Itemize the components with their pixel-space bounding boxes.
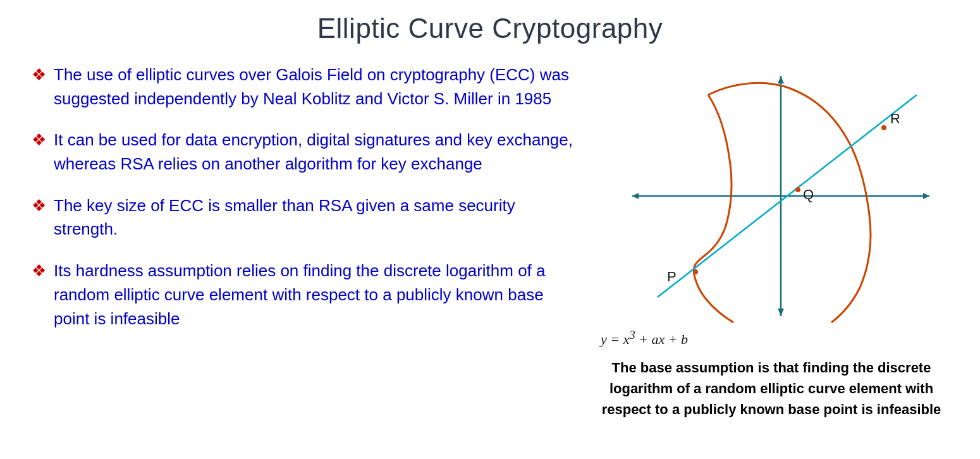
bullet-diamond-icon: ❖ <box>32 260 46 282</box>
bullet-list: ❖The use of elliptic curves over Galois … <box>25 63 575 420</box>
base-assumption: The base assumption is that finding the … <box>588 357 955 420</box>
right-panel: P Q R y = x3 + ax + b The base assumptio… <box>588 63 955 420</box>
content-area: ❖The use of elliptic curves over Galois … <box>25 63 955 420</box>
page-title: Elliptic Curve Cryptography <box>25 13 955 44</box>
svg-marker-4 <box>778 76 784 83</box>
bullet-item: ❖The use of elliptic curves over Galois … <box>32 63 575 111</box>
svg-text:R: R <box>890 111 900 126</box>
bullet-item: ❖It can be used for data encryption, dig… <box>32 128 575 176</box>
svg-text:Q: Q <box>803 187 814 202</box>
bullet-text-0: The use of elliptic curves over Galois F… <box>54 63 575 111</box>
bullet-text-3: Its hardness assumption relies on findin… <box>54 259 575 331</box>
svg-marker-2 <box>632 193 639 199</box>
svg-marker-1 <box>923 193 929 199</box>
svg-marker-5 <box>778 309 784 316</box>
bullet-text-2: The key size of ECC is smaller than RSA … <box>54 194 575 242</box>
svg-point-10 <box>693 269 698 274</box>
svg-point-11 <box>795 187 800 192</box>
bullet-diamond-icon: ❖ <box>32 195 46 217</box>
bullet-diamond-icon: ❖ <box>32 130 46 151</box>
bullet-diamond-icon: ❖ <box>32 64 46 86</box>
formula: y = x3 + ax + b <box>601 329 688 348</box>
svg-point-12 <box>881 125 886 130</box>
page: Elliptic Curve Cryptography ❖The use of … <box>0 0 980 459</box>
ecc-diagram: P Q R <box>594 63 948 329</box>
svg-text:P: P <box>667 269 677 285</box>
bullet-text-1: It can be used for data encryption, digi… <box>54 128 575 176</box>
bullet-item: ❖The key size of ECC is smaller than RSA… <box>32 194 575 242</box>
bullet-item: ❖Its hardness assumption relies on findi… <box>32 259 575 331</box>
